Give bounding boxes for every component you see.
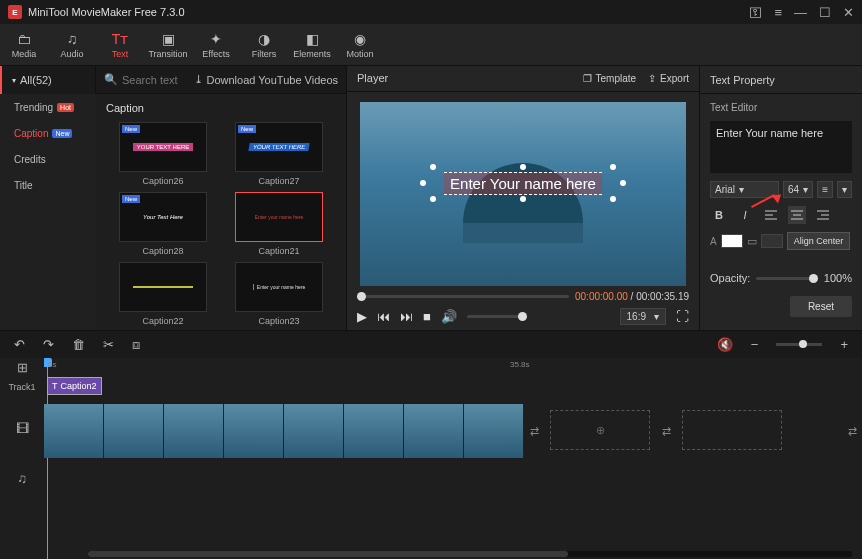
text-color-icon: A [710, 236, 717, 247]
category-caption[interactable]: CaptionNew [0, 120, 96, 146]
drop-zone[interactable]: ⊕ [550, 410, 650, 450]
align-left-button[interactable] [762, 206, 780, 224]
key-icon[interactable]: ⚿ [749, 5, 762, 20]
text-color-swatch[interactable] [721, 234, 743, 248]
audio-track-icon[interactable]: ♫ [0, 458, 44, 498]
crop-button[interactable]: ⧈ [132, 337, 140, 353]
caption-thumb[interactable]: NewYOUR TEXT HERECaption27 [226, 122, 332, 186]
play-button[interactable]: ▶ [357, 309, 367, 324]
volume-icon[interactable]: 🔊 [441, 309, 457, 324]
text-icon: Tᴛ [112, 31, 129, 47]
text-editor[interactable]: Enter Your name here [710, 121, 852, 173]
tab-media[interactable]: 🗀Media [0, 24, 48, 65]
align-center-button[interactable] [788, 206, 806, 224]
bold-button[interactable]: B [710, 206, 728, 224]
align-right-button[interactable] [814, 206, 832, 224]
maximize-button[interactable]: ☐ [819, 5, 831, 20]
download-icon: ⤓ [194, 73, 203, 86]
chevron-down-icon: ▾ [654, 311, 659, 322]
preview-viewport[interactable]: Enter Your name here [347, 92, 699, 290]
tab-text[interactable]: TᴛText [96, 24, 144, 65]
main-toolbar: 🗀Media ♫Audio TᴛText ▣Transition ✦Effect… [0, 24, 862, 66]
player-panel: Player ❐Template ⇪Export Enter Your name… [346, 66, 700, 330]
timeline: ⊞ Track1 🎞 ♫ 0s 35.8s TCaption2 ⇄ ⊕ ⇄ ⇄ [0, 358, 862, 559]
caption-thumb[interactable]: Caption22 [110, 262, 216, 326]
timeline-toolbar: ↶ ↷ 🗑 ✂ ⧈ 🔇 − + [0, 330, 862, 358]
redo-button[interactable]: ↷ [43, 337, 54, 352]
aspect-select[interactable]: 16:9▾ [620, 308, 666, 325]
video-track[interactable]: ⇄ ⊕ ⇄ ⇄ [44, 404, 862, 458]
category-sidebar: ▾All(52) TrendingHot CaptionNew Credits … [0, 66, 96, 330]
fullscreen-button[interactable]: ⛶ [676, 309, 689, 324]
time-ruler[interactable]: 0s 35.8s [44, 358, 862, 376]
text-track[interactable]: TCaption2 [44, 376, 862, 398]
prev-frame-button[interactable]: ⏮ [377, 309, 390, 324]
download-link[interactable]: ⤓Download YouTube Videos [194, 73, 347, 86]
app-logo: E [8, 5, 22, 19]
font-select[interactable]: Arial▾ [710, 181, 779, 198]
main-area: ▾All(52) TrendingHot CaptionNew Credits … [0, 66, 862, 330]
bg-color-swatch[interactable] [761, 234, 783, 248]
caption-thumb[interactable]: Enter your name hereCaption23 [226, 262, 332, 326]
more-button[interactable]: ▾ [837, 181, 852, 198]
split-button[interactable]: ✂ [103, 337, 114, 352]
zoom-out-button[interactable]: − [751, 337, 759, 352]
horizontal-scrollbar[interactable] [88, 551, 852, 557]
seek-slider[interactable] [357, 295, 569, 298]
line-spacing-button[interactable]: ≡ [817, 181, 833, 198]
close-button[interactable]: ✕ [843, 5, 854, 20]
align-center-tooltip: Align Center [787, 232, 851, 250]
drop-zone[interactable] [682, 410, 782, 450]
swap-icon[interactable]: ⇄ [842, 404, 862, 458]
search-input[interactable]: 🔍Search text [96, 73, 194, 86]
tab-elements[interactable]: ◧Elements [288, 24, 336, 65]
category-title[interactable]: Title [0, 172, 96, 198]
stop-button[interactable]: ■ [423, 309, 431, 324]
next-frame-button[interactable]: ⏭ [400, 309, 413, 324]
opacity-value: 100% [824, 272, 852, 284]
swap-icon[interactable]: ⇄ [524, 404, 544, 458]
template-button[interactable]: ❐Template [583, 73, 637, 84]
category-credits[interactable]: Credits [0, 146, 96, 172]
reset-button[interactable]: Reset [790, 296, 852, 317]
export-button[interactable]: ⇪Export [648, 73, 689, 84]
menu-icon[interactable]: ≡ [774, 5, 782, 20]
delete-button[interactable]: 🗑 [72, 337, 85, 352]
zoom-in-button[interactable]: + [840, 337, 848, 352]
video-track-icon[interactable]: 🎞 [0, 398, 44, 458]
transition-icon: ▣ [162, 31, 175, 47]
text-clip[interactable]: TCaption2 [47, 377, 102, 395]
tab-motion[interactable]: ◉Motion [336, 24, 384, 65]
opacity-slider[interactable] [756, 277, 818, 280]
chevron-down-icon: ▾ [842, 184, 847, 195]
category-all[interactable]: ▾All(52) [0, 66, 96, 94]
new-tag: New [238, 125, 256, 133]
zoom-slider[interactable] [776, 343, 822, 346]
export-icon: ⇪ [648, 73, 656, 84]
tab-audio[interactable]: ♫Audio [48, 24, 96, 65]
swap-icon[interactable]: ⇄ [656, 404, 676, 458]
italic-button[interactable]: I [736, 206, 754, 224]
add-icon: ⊕ [596, 424, 605, 437]
mute-button[interactable]: 🔇 [717, 337, 733, 352]
tab-effects[interactable]: ✦Effects [192, 24, 240, 65]
text-overlay[interactable]: Enter Your name here [444, 172, 602, 195]
volume-slider[interactable] [467, 315, 527, 318]
text-clip-icon: T [52, 381, 58, 391]
asset-browser: 🔍Search text ⤓Download YouTube Videos Ca… [96, 66, 346, 330]
size-select[interactable]: 64▾ [783, 181, 813, 198]
tab-transition[interactable]: ▣Transition [144, 24, 192, 65]
opacity-label: Opacity: [710, 272, 750, 284]
timeline-settings-icon[interactable]: ⊞ [0, 358, 44, 376]
section-title: Caption [96, 94, 346, 122]
hot-badge: Hot [57, 103, 74, 112]
category-trending[interactable]: TrendingHot [0, 94, 96, 120]
tab-filters[interactable]: ◑Filters [240, 24, 288, 65]
undo-button[interactable]: ↶ [14, 337, 25, 352]
caption-thumb[interactable]: NewYOUR TEXT HERECaption26 [110, 122, 216, 186]
time-display: 00:00:00.00 / 00:00:35.19 [575, 291, 689, 302]
new-tag: New [122, 125, 140, 133]
minimize-button[interactable]: — [794, 5, 807, 20]
caption-thumb[interactable]: NewYour Text HereCaption28 [110, 192, 216, 256]
caption-thumb[interactable]: Enter your name hereCaption21 [226, 192, 332, 256]
